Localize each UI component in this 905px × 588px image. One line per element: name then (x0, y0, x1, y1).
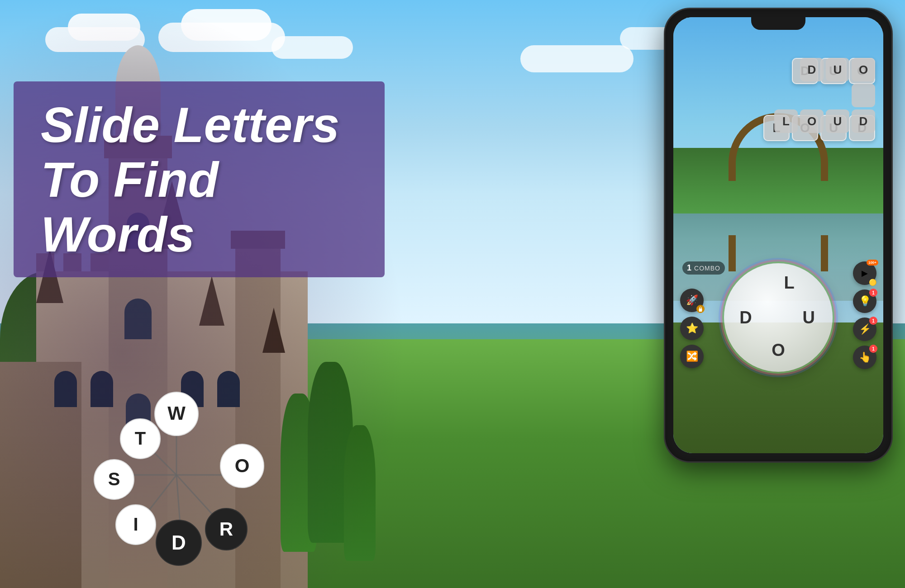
wheel-letter-U: U (802, 308, 814, 327)
background-scene: Slide Letters To Find Words W T S (0, 0, 905, 588)
cloud-4 (520, 45, 634, 72)
svg-text:O: O (235, 455, 250, 476)
tile-DUO-O: O (852, 58, 875, 81)
svg-text:R: R (219, 518, 233, 540)
svg-text:S: S (108, 469, 120, 489)
hand-icon: 👆 (859, 351, 871, 363)
phone-notch (751, 17, 805, 30)
svg-text:I: I (133, 514, 138, 534)
hand-button[interactable]: 👆 1 (853, 346, 876, 369)
gothic-win-1 (54, 371, 77, 407)
tile-LOUD-D: D (852, 109, 875, 133)
tower-window-2 (124, 299, 152, 339)
lightning-badge: 1 (869, 317, 877, 325)
word-circle: W T S I D R O (81, 380, 272, 570)
front-tree-3 (344, 425, 376, 561)
cloud-2b (181, 9, 272, 41)
lightning-button[interactable]: ⚡ 1 (853, 318, 876, 341)
spire-4 (262, 308, 285, 353)
svg-text:T: T (135, 428, 146, 448)
phone-left-icons: 🚀 ⭐ 🔀 (680, 289, 704, 368)
lightning-icon: ⚡ (859, 323, 871, 335)
tile-LOUD-O: O (800, 109, 824, 133)
rocket-icon: 🚀 (686, 294, 698, 306)
title-line2: To Find Words (41, 152, 219, 262)
tiles-grid: D U O L O U D (774, 58, 875, 133)
phone-right-icons: ▶ 100+ 🟡 💡 1 ⚡ 1 👆 1 (853, 261, 876, 369)
cloud-3 (272, 36, 353, 59)
svg-text:W: W (167, 403, 186, 424)
tile-LOUD-U: U (826, 109, 849, 133)
bulb-badge: 1 (869, 289, 877, 297)
svg-line-3 (145, 475, 176, 516)
spire-3 (199, 276, 224, 326)
bulb-button[interactable]: 💡 1 (853, 289, 876, 313)
cloud-1b (68, 14, 140, 41)
svg-rect-21 (699, 308, 702, 312)
title-text: Slide Letters To Find Words (41, 97, 357, 261)
tile-DUO-D: D (800, 58, 824, 81)
hand-badge: 1 (869, 345, 877, 353)
lock-badge (696, 305, 705, 313)
phone-frame: D U O L O U D (665, 9, 891, 461)
rocket-button[interactable]: 🚀 (680, 289, 704, 312)
video-button[interactable]: ▶ 100+ 🟡 (853, 261, 876, 285)
video-icon: ▶ (862, 268, 868, 278)
tile-shared-U (852, 84, 875, 107)
video-badge: 100+ (867, 260, 878, 266)
title-banner: Slide Letters To Find Words (14, 81, 385, 277)
wheel-letter-O: O (772, 341, 785, 360)
letter-wheel[interactable]: L D U O (724, 263, 833, 372)
combo-number: 1 (687, 263, 691, 273)
svg-text:D: D (171, 531, 186, 554)
star-button[interactable]: ⭐ (680, 317, 704, 340)
coin-icon: 🟡 (869, 279, 876, 286)
star-icon: ⭐ (686, 322, 698, 334)
bulb-icon: 💡 (859, 295, 871, 307)
phone-mockup: D U O L O U D (665, 9, 891, 461)
wheel-background: L D U O (724, 263, 833, 372)
tile-DUO-U: U (826, 58, 849, 81)
wheel-letter-L: L (784, 273, 794, 293)
combo-label: COMBO (694, 265, 720, 272)
wheel-letter-D: D (739, 308, 752, 327)
word-circle-svg: W T S I D R O (81, 380, 272, 570)
tile-LOUD-L: L (774, 109, 798, 133)
phone-screen: D U O L O U D (673, 17, 883, 453)
combo-badge: 1 COMBO (682, 261, 725, 275)
shuffle-icon: 🔀 (686, 351, 698, 362)
shuffle-button[interactable]: 🔀 (680, 345, 704, 368)
title-line1: Slide Letters (41, 97, 339, 152)
